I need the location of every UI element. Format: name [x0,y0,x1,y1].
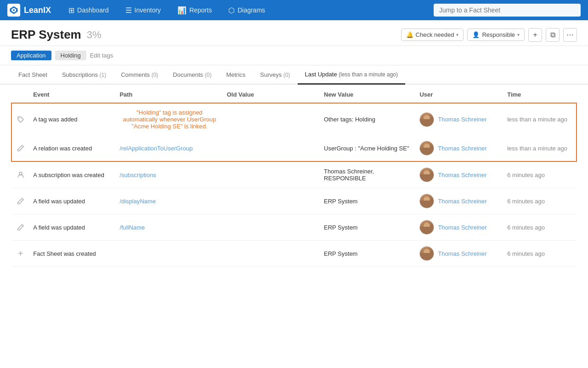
tab-last-update[interactable]: Last Update (less than a minute ago) [298,65,405,85]
row-new-value: Thomas Schreiner, RESPONSIBLE [320,161,416,188]
row-time: 6 minutes ago [503,241,577,267]
row-user: Thomas Schreiner [416,214,503,241]
edit-tags-link[interactable]: Edit tags [90,52,113,59]
nav-inventory[interactable]: ☰ Inventory [119,0,168,20]
plus-icon: + [533,31,537,39]
row-path [116,241,223,267]
global-search[interactable] [434,4,581,17]
tab-subscriptions-count: (1) [100,72,107,78]
row-time: 6 minutes ago [503,214,577,241]
tab-comments-count: (0) [152,72,158,78]
tab-documents-count: (0) [205,72,212,78]
tab-fact-sheet-label: Fact Sheet [18,71,47,78]
table-header-row: Event Path Old Value New Value User Time [11,85,577,103]
table-row: + Fact Sheet was created ERP System Thom… [11,241,577,267]
table-row: A tag was added "Holding" tag is assigne… [11,103,577,135]
user-link[interactable]: Thomas Schreiner [438,172,486,178]
col-oldvalue-header: Old Value [223,85,320,103]
table-row: A field was updated /displayName ERP Sys… [11,188,577,214]
row-new-value: ERP System [320,241,416,267]
row-time: 6 minutes ago [503,161,577,188]
tag-holding[interactable]: Holding [55,51,86,60]
user-link[interactable]: Thomas Schreiner [438,116,486,123]
user-link[interactable]: Thomas Schreiner [438,250,486,257]
row-user: Thomas Schreiner [416,103,503,135]
activity-table: Event Path Old Value New Value User Time… [11,85,577,267]
user-icon: 👤 [472,31,480,38]
row-new-value: Other tags: Holding [320,103,416,135]
tab-surveys[interactable]: Surveys (0) [253,66,297,84]
more-options-button[interactable]: ⋯ [563,28,577,42]
row-event: A tag was added [29,103,116,135]
tab-last-update-label: Last Update [305,71,339,78]
svg-point-3 [19,118,20,119]
row-user: Thomas Schreiner [416,161,503,188]
row-old-value [223,103,320,135]
row-user: Thomas Schreiner [416,188,503,214]
tab-subscriptions[interactable]: Subscriptions (1) [55,66,113,84]
row-path: /subscriptions [116,161,223,188]
check-needed-button[interactable]: 🔔 Check needed ▾ [401,29,464,41]
row-path: /displayName [116,188,223,214]
copy-icon: ⧉ [550,31,555,39]
top-navigation: LeanIX ⊞ Dashboard ☰ Inventory 📊 Reports… [0,0,588,20]
page-title: ERP System [11,28,81,42]
col-event-header: Event [29,85,116,103]
user-link[interactable]: Thomas Schreiner [438,145,486,152]
row-user: Thomas Schreiner [416,241,503,267]
tab-metrics-label: Metrics [226,71,245,78]
add-button[interactable]: + [528,28,542,42]
row-time: less than a minute ago [503,103,577,135]
inventory-icon: ☰ [125,6,132,15]
row-path: /relApplicationToUserGroup [116,135,223,161]
col-user-header: User [416,85,503,103]
col-icon-header [11,85,29,103]
col-newvalue-header: New Value [320,85,416,103]
col-path-header: Path [116,85,223,103]
row-event: A relation was created [29,135,116,161]
page-title-area: ERP System 3% [11,28,102,42]
nav-dashboard[interactable]: ⊞ Dashboard [62,0,115,20]
row-user: Thomas Schreiner [416,135,503,161]
row-icon-cell [11,214,29,241]
brand-logo[interactable]: LeanIX [7,4,51,17]
nav-diagrams[interactable]: ⬡ Diagrams [222,0,271,20]
tab-last-update-count: (less than a minute ago) [339,71,398,78]
tab-documents[interactable]: Documents (0) [165,66,219,84]
bell-icon: 🔔 [406,31,413,38]
svg-point-2 [13,9,15,11]
more-icon: ⋯ [566,30,574,39]
svg-point-4 [19,172,22,175]
user-link[interactable]: Thomas Schreiner [438,224,486,231]
row-new-value: ERP System [320,188,416,214]
tag-application[interactable]: Application [11,51,51,60]
row-icon-cell [11,103,29,135]
row-event: A field was updated [29,214,116,241]
copy-button[interactable]: ⧉ [546,28,560,42]
user-link[interactable]: Thomas Schreiner [438,198,486,205]
row-old-value [223,214,320,241]
tab-metrics[interactable]: Metrics [219,66,253,84]
tab-surveys-label: Surveys [260,71,283,78]
row-path: "Holding" tag is assigned automatically … [116,103,223,135]
tab-subscriptions-label: Subscriptions [62,71,100,78]
responsible-button[interactable]: 👤 Responsible ▾ [467,29,525,41]
row-event: A field was updated [29,188,116,214]
dashboard-icon: ⊞ [68,6,74,15]
chevron-down-icon-2: ▾ [517,32,520,37]
tab-comments[interactable]: Comments (0) [113,66,165,84]
row-icon-cell: + [11,241,29,267]
reports-icon: 📊 [177,6,187,15]
row-old-value [223,161,320,188]
row-new-value: ERP System [320,214,416,241]
tab-fact-sheet[interactable]: Fact Sheet [11,66,55,84]
tags-row: Application Holding Edit tags [0,46,588,65]
row-new-value: UserGroup : "Acme Holding SE" [320,135,416,161]
page-header: ERP System 3% 🔔 Check needed ▾ 👤 Respons… [0,20,588,46]
chevron-down-icon: ▾ [456,32,458,37]
table-body: A tag was added "Holding" tag is assigne… [11,103,577,267]
nav-reports[interactable]: 📊 Reports [171,0,218,20]
row-time: less than a minute ago [503,135,577,161]
tabs-row: Fact Sheet Subscriptions (1) Comments (0… [0,65,588,85]
header-actions: 🔔 Check needed ▾ 👤 Responsible ▾ + ⧉ ⋯ [401,28,577,42]
